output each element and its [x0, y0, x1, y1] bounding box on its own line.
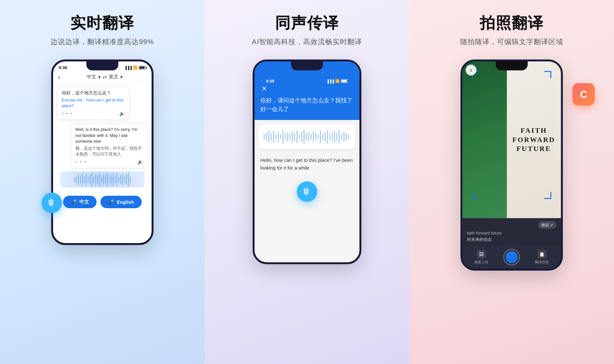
translation-english: faith forward future — [467, 231, 556, 235]
svg-rect-23 — [311, 134, 312, 139]
scan-corner-tr — [544, 71, 551, 78]
back-button[interactable]: ‹ — [58, 73, 60, 81]
mic-float-button-left[interactable] — [42, 193, 62, 213]
left-phone-container: 9:36 ▐▐▐ 📶 ‹ 中文 ▾ ⇄ 英文 — [51, 59, 154, 245]
speaker-icon-2[interactable]: 🔊 — [138, 159, 143, 164]
svg-rect-16 — [294, 132, 295, 141]
mid-title: 同声传译 — [275, 13, 339, 33]
bubble2-english: Well, is it this place? I'm sorry, I'm n… — [75, 127, 143, 144]
left-panel: 实时翻译 边说边译，翻译精准度高达99% 9:36 ▐▐▐ 📶 — [0, 0, 205, 364]
left-title: 实时翻译 — [70, 13, 134, 33]
svg-rect-7 — [273, 130, 274, 143]
waveform-display — [60, 171, 145, 187]
down-arrow-button[interactable]: ∨ — [466, 65, 476, 75]
right-panel: 拍照翻译 随拍随译，可编辑文字翻译区域 C ∨ — [409, 0, 614, 364]
history-label: 翻译历史 — [535, 260, 549, 265]
svg-rect-11 — [282, 130, 284, 144]
phone-notch-right — [496, 61, 528, 70]
svg-rect-21 — [306, 133, 307, 140]
svg-rect-19 — [301, 131, 303, 142]
mic-icon-en: 🎤 — [108, 199, 114, 205]
mid-panel: 同声传译 AI智能高科技，高效流畅实时翻译 9:36 ▐▐▐ 📶 ✕ — [205, 0, 409, 364]
book-line3: FUTURE — [512, 144, 555, 154]
lang-from-arrow[interactable]: ▾ — [98, 74, 101, 80]
translation-panel-header: 收起 ∨ — [467, 221, 556, 229]
phone-left-content: ‹ 中文 ▾ ⇄ 英文 ▾ 你好，这个地方怎么去？ Excuse me，how — [53, 71, 152, 213]
lang-to[interactable]: 英文 — [109, 74, 118, 80]
svg-rect-0 — [49, 200, 50, 205]
book-line2: FORWARD — [512, 135, 555, 145]
mic-float-button-mid[interactable] — [297, 181, 317, 202]
svg-rect-37 — [343, 131, 345, 142]
capture-button[interactable] — [503, 249, 520, 265]
battery-icon-mid — [341, 79, 348, 83]
svg-rect-3 — [264, 134, 265, 139]
close-button[interactable]: ✕ — [262, 85, 354, 92]
time-left: 9:36 — [59, 65, 67, 70]
translation-chinese: 对未来的信念 — [467, 237, 556, 242]
translation-result-panel: 收起 ∨ faith forward future 对未来的信念 — [462, 218, 561, 246]
time-mid: 9:36 — [266, 79, 274, 83]
waveform-panel — [258, 124, 356, 149]
right-phone: ∨ FAITH FORWARD FUTURE — [460, 59, 563, 271]
chinese-btn-label: 中文 — [79, 199, 89, 205]
svg-rect-29 — [325, 131, 326, 142]
chinese-voice-button[interactable]: 🎤 中文 — [63, 196, 97, 208]
svg-rect-40 — [304, 188, 305, 194]
camera-bottom-controls: 🖼 相册上传 📋 翻译历史 — [462, 246, 561, 269]
english-voice-button[interactable]: 🎤 English — [100, 196, 142, 208]
english-translation-text: Hello, how can I get to this place? I've… — [260, 156, 354, 172]
svg-rect-14 — [289, 134, 291, 139]
dots-icon-2: • • • — [75, 159, 87, 165]
english-btn-label: English — [117, 199, 134, 205]
svg-rect-13 — [287, 132, 288, 141]
lang-swap-icon[interactable]: ⇄ — [103, 74, 107, 80]
svg-rect-1 — [51, 199, 51, 206]
lang-to-arrow[interactable]: ▾ — [120, 74, 123, 80]
album-icon: 🖼 — [477, 250, 486, 259]
mid-phone-container: 9:36 ▐▐▐ 📶 ✕ 你好，请问这个地方怎么去？我找了好一会儿了 — [253, 59, 361, 264]
phone-notch-left — [86, 61, 118, 70]
translation-text-area: Hello, how can I get to this place? I've… — [255, 153, 359, 175]
svg-rect-4 — [266, 132, 267, 141]
status-bar-mid: 9:36 ▐▐▐ 📶 — [260, 74, 354, 85]
bubble2-actions: • • • 🔊 — [75, 159, 143, 165]
album-button[interactable]: 🖼 相册上传 — [474, 250, 488, 265]
lang-selector: 中文 ▾ ⇄ 英文 ▾ — [63, 74, 146, 80]
scan-corner-br — [544, 192, 551, 199]
svg-rect-25 — [315, 132, 317, 141]
svg-rect-33 — [334, 131, 335, 143]
bubble1-actions: • • • 🔈 — [62, 111, 125, 116]
bubble1-chinese: 你好，这个地方怎么去？ — [62, 90, 125, 96]
app-icon: C — [572, 83, 595, 106]
app-icon-letter: C — [580, 89, 587, 100]
history-icon: 📋 — [538, 250, 547, 259]
svg-rect-32 — [332, 132, 333, 141]
svg-rect-15 — [292, 131, 293, 143]
lang-from[interactable]: 中文 — [87, 74, 96, 80]
svg-rect-17 — [296, 130, 298, 143]
svg-rect-12 — [285, 133, 286, 140]
chinese-speech-text: 你好，请问这个地方怎么去？我找了好一会儿了 — [260, 96, 354, 114]
svg-rect-35 — [339, 130, 340, 143]
svg-rect-5 — [268, 131, 270, 143]
camera-view: ∨ FAITH FORWARD FUTURE — [462, 61, 561, 218]
speaker-icon-1[interactable]: 🔈 — [119, 111, 125, 116]
svg-rect-27 — [320, 130, 321, 143]
svg-rect-2 — [52, 200, 53, 205]
signal-icon: ▐▐▐ — [124, 66, 132, 70]
svg-rect-38 — [346, 133, 347, 140]
svg-rect-6 — [271, 133, 272, 140]
svg-rect-42 — [307, 188, 309, 194]
battery-icon — [139, 66, 146, 69]
scan-corner-bl — [472, 192, 479, 199]
chat-bubble-1: 你好，这个地方怎么去？ Excuse me，how can I get to t… — [57, 87, 130, 120]
svg-rect-18 — [299, 134, 300, 139]
svg-rect-28 — [322, 133, 324, 140]
svg-rect-30 — [327, 130, 328, 144]
collapse-button[interactable]: 收起 ∨ — [538, 221, 556, 229]
history-button[interactable]: 📋 翻译历史 — [535, 250, 549, 265]
dots-icon-1: • • • — [62, 111, 73, 116]
mic-float-container — [255, 181, 359, 202]
svg-rect-10 — [280, 134, 281, 139]
